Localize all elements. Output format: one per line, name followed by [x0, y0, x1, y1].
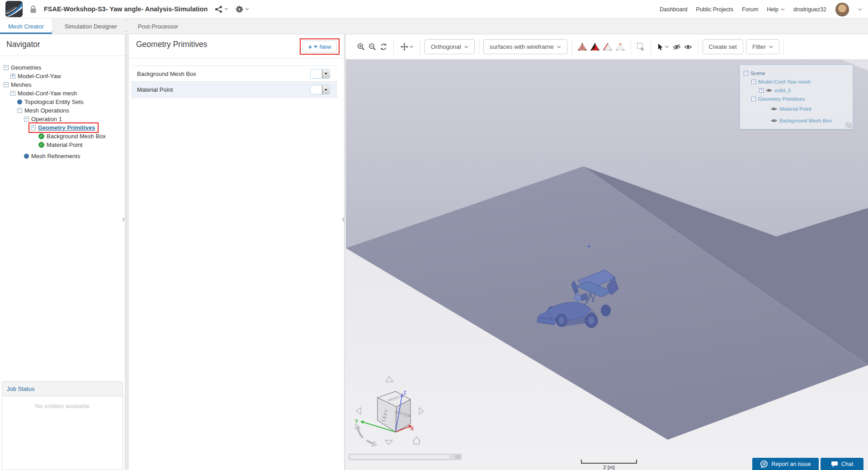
collapsed-panel-bar[interactable]	[349, 454, 462, 460]
collapse-toggle-icon[interactable]	[751, 97, 756, 101]
tab-simulation-designer[interactable]: Simulation Designer	[57, 19, 125, 34]
primitive-row-background-mesh-box[interactable]: Background Mesh Box	[131, 66, 337, 82]
z-axis-label: Z	[403, 390, 406, 395]
toolbar-divider	[631, 39, 631, 55]
tree-item-material-point[interactable]: Material Point	[0, 141, 125, 149]
scene-tree-item-mesh[interactable]: Model-Conf-Yaw mesh	[740, 77, 853, 86]
collapse-toggle-icon[interactable]	[24, 117, 29, 122]
scale-label: 2 [m]	[581, 465, 637, 470]
collapse-toggle-icon[interactable]	[4, 82, 9, 87]
tree-item-topological-entity-sets[interactable]: Topological Entity Sets	[0, 98, 125, 106]
share-button[interactable]	[215, 5, 228, 13]
projection-mode-button[interactable]: Orthogonal	[425, 39, 475, 54]
collapse-toggle-icon[interactable]	[751, 80, 756, 84]
expand-toggle-icon[interactable]	[10, 74, 15, 79]
box-select-button[interactable]	[635, 41, 646, 53]
tree-item-background-mesh-box[interactable]: Background Mesh Box	[0, 132, 125, 141]
panel-resize-handle[interactable]: ‖	[342, 216, 345, 224]
panel-resize-handle[interactable]: ‖	[123, 216, 126, 224]
tab-post-processor[interactable]: Post-Processor	[130, 19, 186, 34]
resize-grip[interactable]	[455, 455, 460, 459]
rotate-right-arrow[interactable]	[419, 408, 424, 414]
collapsed-panel-track	[350, 455, 449, 459]
eye-icon[interactable]	[771, 107, 777, 111]
settings-button[interactable]	[236, 5, 249, 13]
row-action-dropdown[interactable]	[310, 85, 330, 94]
show-all-button[interactable]	[683, 41, 694, 53]
scene-tree-item-solid-0[interactable]: solid_0	[740, 86, 853, 94]
dropdown-button[interactable]	[322, 85, 330, 94]
job-status-empty-message: No entities available	[2, 396, 123, 409]
viewport-3d: Orthogonal surfaces with wireframe	[346, 34, 868, 470]
zoom-out-button[interactable]	[367, 41, 378, 53]
rotate-up-arrow[interactable]	[386, 376, 393, 382]
tree-item-mesh-refinements[interactable]: Mesh Refinements	[0, 152, 125, 160]
report-issue-button[interactable]: Report an issue	[752, 458, 819, 470]
select-mode-button[interactable]	[655, 41, 671, 53]
eye-icon[interactable]	[771, 118, 777, 123]
tree-item-model-conf-yaw-mesh[interactable]: Model-Conf-Yaw mesh	[0, 89, 125, 98]
rotate-left-arrow[interactable]	[356, 408, 361, 414]
tetrahedron-solid-icon	[578, 43, 587, 51]
toolbar-divider	[420, 39, 420, 55]
select-faces-button[interactable]	[589, 41, 601, 53]
nav-public-projects[interactable]: Public Projects	[696, 6, 734, 13]
hide-selection-button[interactable]	[671, 41, 683, 53]
orientation-cube-widget[interactable]: FRONT LEFT BOTTOM Z Y X	[350, 373, 427, 450]
nav-forum[interactable]: Forum	[742, 6, 758, 13]
share-icon	[215, 5, 222, 13]
3d-canvas[interactable]: Scene Model-Conf-Yaw mesh solid_0 Geomet…	[346, 59, 868, 470]
username-label[interactable]: drodriguez32	[793, 6, 826, 13]
user-avatar[interactable]	[835, 2, 849, 17]
create-set-button[interactable]: Create set	[703, 39, 743, 54]
plus-icon: +	[308, 43, 312, 51]
eye-icon[interactable]	[766, 88, 772, 93]
chat-button[interactable]: Chat	[821, 458, 863, 470]
select-edges-button[interactable]	[601, 41, 614, 53]
rotate-down-arrow[interactable]	[385, 440, 392, 445]
nav-dashboard[interactable]: Dashboard	[660, 6, 687, 13]
primitive-row-material-point[interactable]: Material Point	[131, 82, 337, 98]
tree-item-geometry-primitives[interactable]: Geometry Primitives	[0, 123, 125, 132]
filter-button[interactable]: Filter	[746, 39, 779, 54]
scene-tree-item-material-point[interactable]: Material Point	[740, 104, 853, 113]
material-point-marker[interactable]	[588, 245, 590, 247]
tree-item-model-conf-yaw[interactable]: Model-Conf-Yaw	[0, 72, 125, 80]
zoom-in-button[interactable]	[355, 41, 367, 53]
home-view-icon[interactable]	[413, 437, 420, 444]
tree-item-geometries[interactable]: Geometries	[0, 63, 125, 72]
row-action-dropdown[interactable]	[310, 69, 330, 79]
collapse-toggle-icon[interactable]	[744, 71, 748, 75]
collapse-toggle-icon[interactable]	[17, 108, 22, 113]
chevron-down-icon	[781, 8, 785, 11]
zoom-in-icon	[357, 43, 365, 51]
render-mode-button[interactable]: surfaces with wireframe	[483, 39, 567, 54]
refresh-view-button[interactable]	[378, 41, 389, 53]
overlay-resize-grip[interactable]	[845, 122, 852, 128]
scene-tree-item-background-mesh-box[interactable]: Background Mesh Box	[740, 116, 853, 125]
new-primitive-button[interactable]: + New	[302, 41, 337, 52]
roll-arrows[interactable]	[355, 424, 377, 446]
select-volumes-button[interactable]	[576, 41, 589, 53]
chevron-down-icon[interactable]	[858, 8, 862, 11]
tab-mesh-creator[interactable]: Mesh Creator	[0, 19, 52, 34]
pan-mode-button[interactable]	[398, 41, 416, 53]
simscale-logo-icon[interactable]	[5, 1, 23, 17]
collapse-toggle-icon[interactable]	[4, 65, 9, 70]
scene-tree-item-geometry-primitives[interactable]: Geometry Primitives	[740, 94, 853, 103]
nav-help[interactable]: Help	[767, 6, 785, 13]
dropdown-button[interactable]	[322, 70, 330, 78]
toolbar-divider	[698, 39, 698, 55]
tree-item-meshes[interactable]: Meshes	[0, 80, 125, 89]
zoom-out-icon	[368, 43, 376, 51]
collapse-toggle-icon[interactable]	[10, 91, 15, 96]
scene-tree-item-scene[interactable]: Scene	[740, 69, 853, 77]
caret-down-icon	[325, 89, 327, 91]
select-nodes-button[interactable]	[614, 41, 627, 53]
eye-off-icon	[673, 44, 681, 50]
expand-toggle-icon[interactable]	[759, 88, 764, 93]
tree-item-mesh-operations[interactable]: Mesh Operations	[0, 106, 125, 115]
orientation-cube[interactable]: FRONT LEFT BOTTOM	[377, 391, 412, 432]
node-dot-icon	[17, 99, 22, 104]
collapse-toggle-icon[interactable]	[31, 125, 36, 130]
